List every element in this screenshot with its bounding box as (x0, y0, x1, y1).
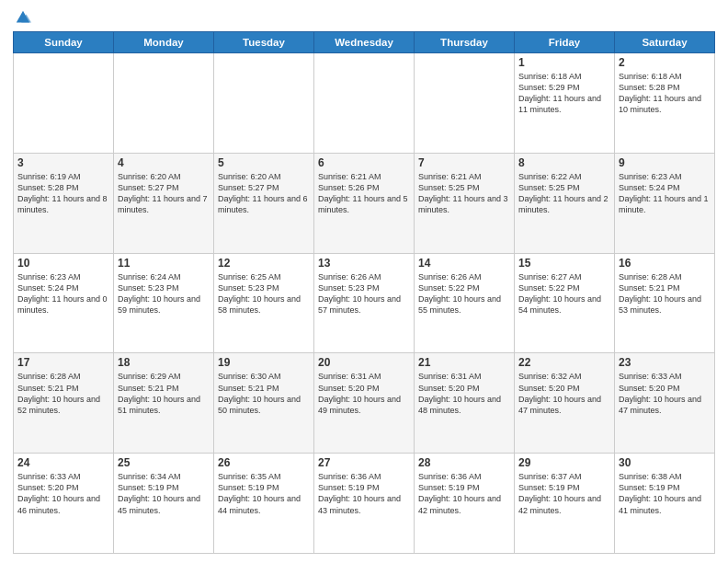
day-info: Sunrise: 6:22 AM Sunset: 5:25 PM Dayligh… (518, 171, 610, 216)
day-info: Sunrise: 6:33 AM Sunset: 5:20 PM Dayligh… (17, 471, 109, 516)
day-number: 28 (418, 456, 510, 469)
day-info: Sunrise: 6:38 AM Sunset: 5:19 PM Dayligh… (619, 471, 711, 516)
header-thursday: Thursday (415, 32, 515, 53)
calendar-cell: 27Sunrise: 6:36 AM Sunset: 5:19 PM Dayli… (314, 454, 415, 554)
day-info: Sunrise: 6:21 AM Sunset: 5:26 PM Dayligh… (318, 171, 410, 216)
day-info: Sunrise: 6:34 AM Sunset: 5:19 PM Dayligh… (118, 471, 210, 516)
day-info: Sunrise: 6:36 AM Sunset: 5:19 PM Dayligh… (318, 471, 410, 516)
day-info: Sunrise: 6:19 AM Sunset: 5:28 PM Dayligh… (17, 171, 109, 216)
day-number: 26 (218, 456, 310, 469)
day-number: 9 (619, 156, 711, 169)
calendar-week-5: 24Sunrise: 6:33 AM Sunset: 5:20 PM Dayli… (14, 454, 715, 554)
calendar-cell: 30Sunrise: 6:38 AM Sunset: 5:19 PM Dayli… (615, 454, 715, 554)
calendar-cell: 28Sunrise: 6:36 AM Sunset: 5:19 PM Dayli… (415, 454, 515, 554)
day-number: 13 (318, 257, 410, 270)
calendar-cell (314, 53, 415, 154)
day-info: Sunrise: 6:24 AM Sunset: 5:23 PM Dayligh… (118, 271, 210, 316)
calendar-cell: 29Sunrise: 6:37 AM Sunset: 5:19 PM Dayli… (515, 454, 615, 554)
day-number: 18 (118, 356, 210, 369)
day-number: 24 (17, 456, 109, 469)
calendar-cell: 24Sunrise: 6:33 AM Sunset: 5:20 PM Dayli… (14, 454, 114, 554)
calendar-cell: 19Sunrise: 6:30 AM Sunset: 5:21 PM Dayli… (214, 353, 314, 454)
day-number: 5 (218, 156, 310, 169)
day-number: 27 (318, 456, 410, 469)
logo (13, 9, 31, 26)
day-number: 3 (17, 156, 109, 169)
day-info: Sunrise: 6:28 AM Sunset: 5:21 PM Dayligh… (17, 371, 109, 416)
calendar-header-row: Sunday Monday Tuesday Wednesday Thursday… (14, 32, 715, 53)
calendar-cell: 6Sunrise: 6:21 AM Sunset: 5:26 PM Daylig… (314, 153, 415, 253)
day-number: 21 (418, 356, 510, 369)
calendar-cell: 20Sunrise: 6:31 AM Sunset: 5:20 PM Dayli… (314, 353, 415, 454)
calendar-table: Sunday Monday Tuesday Wednesday Thursday… (13, 31, 715, 554)
day-info: Sunrise: 6:35 AM Sunset: 5:19 PM Dayligh… (218, 471, 310, 516)
day-number: 15 (518, 257, 610, 270)
calendar-week-4: 17Sunrise: 6:28 AM Sunset: 5:21 PM Dayli… (14, 353, 715, 454)
day-info: Sunrise: 6:20 AM Sunset: 5:27 PM Dayligh… (218, 171, 310, 216)
header-monday: Monday (114, 32, 214, 53)
header-saturday: Saturday (615, 32, 715, 53)
day-info: Sunrise: 6:27 AM Sunset: 5:22 PM Dayligh… (518, 271, 610, 316)
day-info: Sunrise: 6:28 AM Sunset: 5:21 PM Dayligh… (619, 271, 711, 316)
day-info: Sunrise: 6:21 AM Sunset: 5:25 PM Dayligh… (418, 171, 510, 216)
day-number: 1 (518, 56, 610, 69)
calendar-cell: 25Sunrise: 6:34 AM Sunset: 5:19 PM Dayli… (114, 454, 214, 554)
calendar-cell (14, 53, 114, 154)
calendar-cell: 5Sunrise: 6:20 AM Sunset: 5:27 PM Daylig… (214, 153, 314, 253)
day-info: Sunrise: 6:37 AM Sunset: 5:19 PM Dayligh… (518, 471, 610, 516)
calendar-cell: 10Sunrise: 6:23 AM Sunset: 5:24 PM Dayli… (14, 253, 114, 353)
day-number: 8 (518, 156, 610, 169)
day-info: Sunrise: 6:20 AM Sunset: 5:27 PM Dayligh… (118, 171, 210, 216)
day-number: 6 (318, 156, 410, 169)
calendar-cell (415, 53, 515, 154)
calendar-cell: 2Sunrise: 6:18 AM Sunset: 5:28 PM Daylig… (615, 53, 715, 154)
calendar-cell: 13Sunrise: 6:26 AM Sunset: 5:23 PM Dayli… (314, 253, 415, 353)
day-number: 11 (118, 257, 210, 270)
day-info: Sunrise: 6:36 AM Sunset: 5:19 PM Dayligh… (418, 471, 510, 516)
day-info: Sunrise: 6:26 AM Sunset: 5:22 PM Dayligh… (418, 271, 510, 316)
day-info: Sunrise: 6:18 AM Sunset: 5:29 PM Dayligh… (518, 71, 610, 116)
day-number: 29 (518, 456, 610, 469)
day-info: Sunrise: 6:18 AM Sunset: 5:28 PM Dayligh… (619, 71, 711, 116)
day-info: Sunrise: 6:30 AM Sunset: 5:21 PM Dayligh… (218, 371, 310, 416)
calendar-cell: 9Sunrise: 6:23 AM Sunset: 5:24 PM Daylig… (615, 153, 715, 253)
day-number: 22 (518, 356, 610, 369)
calendar-week-2: 3Sunrise: 6:19 AM Sunset: 5:28 PM Daylig… (14, 153, 715, 253)
day-number: 12 (218, 257, 310, 270)
calendar-cell: 15Sunrise: 6:27 AM Sunset: 5:22 PM Dayli… (515, 253, 615, 353)
day-info: Sunrise: 6:32 AM Sunset: 5:20 PM Dayligh… (518, 371, 610, 416)
day-number: 20 (318, 356, 410, 369)
calendar-cell: 23Sunrise: 6:33 AM Sunset: 5:20 PM Dayli… (615, 353, 715, 454)
day-info: Sunrise: 6:26 AM Sunset: 5:23 PM Dayligh… (318, 271, 410, 316)
day-number: 14 (418, 257, 510, 270)
calendar-cell: 8Sunrise: 6:22 AM Sunset: 5:25 PM Daylig… (515, 153, 615, 253)
calendar-cell: 7Sunrise: 6:21 AM Sunset: 5:25 PM Daylig… (415, 153, 515, 253)
calendar-cell: 17Sunrise: 6:28 AM Sunset: 5:21 PM Dayli… (14, 353, 114, 454)
day-number: 19 (218, 356, 310, 369)
calendar-cell: 16Sunrise: 6:28 AM Sunset: 5:21 PM Dayli… (615, 253, 715, 353)
day-info: Sunrise: 6:29 AM Sunset: 5:21 PM Dayligh… (118, 371, 210, 416)
day-number: 2 (619, 56, 711, 69)
calendar-cell (214, 53, 314, 154)
calendar-cell: 22Sunrise: 6:32 AM Sunset: 5:20 PM Dayli… (515, 353, 615, 454)
calendar-cell: 18Sunrise: 6:29 AM Sunset: 5:21 PM Dayli… (114, 353, 214, 454)
day-number: 4 (118, 156, 210, 169)
calendar-week-1: 1Sunrise: 6:18 AM Sunset: 5:29 PM Daylig… (14, 53, 715, 154)
day-number: 30 (619, 456, 711, 469)
day-info: Sunrise: 6:23 AM Sunset: 5:24 PM Dayligh… (619, 171, 711, 216)
header-friday: Friday (515, 32, 615, 53)
page: Sunday Monday Tuesday Wednesday Thursday… (0, 0, 728, 563)
calendar-cell: 11Sunrise: 6:24 AM Sunset: 5:23 PM Dayli… (114, 253, 214, 353)
logo-icon (15, 9, 31, 26)
day-info: Sunrise: 6:31 AM Sunset: 5:20 PM Dayligh… (318, 371, 410, 416)
day-info: Sunrise: 6:25 AM Sunset: 5:23 PM Dayligh… (218, 271, 310, 316)
calendar-cell: 14Sunrise: 6:26 AM Sunset: 5:22 PM Dayli… (415, 253, 515, 353)
day-number: 23 (619, 356, 711, 369)
day-info: Sunrise: 6:31 AM Sunset: 5:20 PM Dayligh… (418, 371, 510, 416)
day-info: Sunrise: 6:33 AM Sunset: 5:20 PM Dayligh… (619, 371, 711, 416)
calendar-cell: 1Sunrise: 6:18 AM Sunset: 5:29 PM Daylig… (515, 53, 615, 154)
day-info: Sunrise: 6:23 AM Sunset: 5:24 PM Dayligh… (17, 271, 109, 316)
header-wednesday: Wednesday (314, 32, 415, 53)
header-tuesday: Tuesday (214, 32, 314, 53)
calendar-cell: 12Sunrise: 6:25 AM Sunset: 5:23 PM Dayli… (214, 253, 314, 353)
